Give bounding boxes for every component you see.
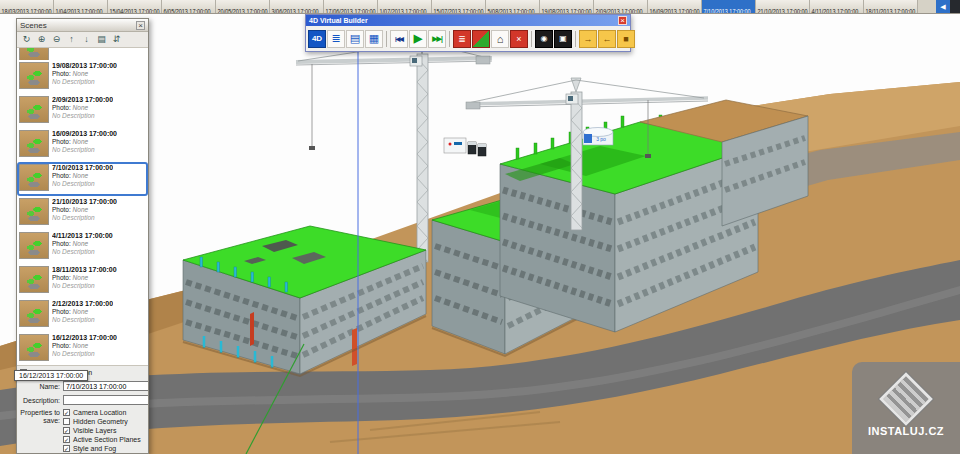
scene-tab[interactable]: 5/08/2013 17:00:00 [486, 0, 540, 13]
step-backward-button[interactable]: |◀◀ [390, 30, 408, 48]
record-animation-button[interactable]: ▣ [554, 30, 572, 48]
scene-item[interactable]: 4/11/2013 17:00:00 Photo: None No Descri… [17, 230, 148, 264]
scene-tab[interactable]: 19/08/2013 17:00:00 [540, 0, 594, 13]
scene-tab-label: 5/08/2013 17:00:00 [486, 5, 535, 13]
scene-tab[interactable]: 20/05/2013 17:00:00 [216, 0, 270, 13]
export-button[interactable]: → [579, 30, 597, 48]
scene-thumbnail [19, 232, 49, 259]
scene-description: No Description [52, 316, 113, 323]
home-view-button[interactable]: ⌂ [491, 30, 509, 48]
scene-tab[interactable]: 4/11/2013 17:00:00 [810, 0, 864, 13]
scene-meta: 16/12/2013 17:00:00 Photo: None No Descr… [52, 334, 117, 357]
scene-meta: 7/10/2013 17:00:00 Photo: None No Descri… [52, 164, 113, 187]
task-list-button[interactable]: ≣ [453, 30, 471, 48]
scene-photo: Photo: None [52, 206, 117, 213]
scene-tab[interactable]: 3/06/2013 17:00:00 [270, 0, 324, 13]
scene-tab[interactable]: 18/11/2013 17:00:00 [864, 0, 918, 13]
close-icon[interactable]: × [136, 21, 145, 30]
import-button[interactable]: ← [598, 30, 616, 48]
property-checkbox[interactable]: ✓ [63, 436, 70, 443]
close-icon[interactable]: × [618, 16, 627, 25]
gantt-chart-button[interactable]: ▤ [346, 30, 364, 48]
scene-meta: 19/08/2013 17:00:00 Photo: None No Descr… [52, 62, 117, 85]
scene-photo: Photo: None [52, 172, 113, 179]
scene-tab-label: 16/09/2013 17:00:00 [648, 5, 700, 13]
property-label: Visible Layers [73, 427, 116, 434]
snapshot-camera-button[interactable]: ◉ [535, 30, 553, 48]
scene-tab[interactable]: 2/09/2013 17:00:00 [594, 0, 648, 13]
property-checkbox-row[interactable]: ✓ Visible Layers [63, 427, 145, 434]
scene-photo: Photo: None [52, 274, 117, 281]
clear-button[interactable]: × [510, 30, 528, 48]
property-checkbox[interactable]: ✓ [63, 445, 70, 452]
scene-tab-label: 19/08/2013 17:00:00 [540, 5, 592, 13]
scene-tab[interactable]: 17/06/2013 17:00:00 [324, 0, 378, 13]
scenes-panel-titlebar[interactable]: Scenes × [17, 19, 148, 32]
scene-tab[interactable]: 15/07/2013 17:00:00 [432, 0, 486, 13]
scene-tab[interactable]: 15/04/2013 17:00:00 [108, 0, 162, 13]
4d-toolbar-titlebar[interactable]: 4D Virtual Builder × [306, 15, 630, 26]
step-forward-button[interactable]: ▶▶| [428, 30, 446, 48]
scene-meta: 16/09/2013 17:00:00 Photo: None No Descr… [52, 130, 117, 153]
scene-tab[interactable]: 7/10/2013 17:00:00 [702, 0, 756, 13]
scene-item[interactable]: 2/12/2013 17:00:00 Photo: None No Descri… [17, 298, 148, 332]
property-checkbox[interactable] [63, 418, 70, 425]
remove-scene-button[interactable]: ⊖ [50, 33, 63, 46]
scene-name-input[interactable] [63, 381, 149, 391]
scene-tab[interactable]: 6/05/2013 17:00:00 [162, 0, 216, 13]
scene-date: 16/12/2013 17:00:00 [52, 334, 117, 341]
scene-tab[interactable]: 16/09/2013 17:00:00 [648, 0, 702, 13]
add-scene-button[interactable]: ⊕ [35, 33, 48, 46]
scene-tab[interactable]: 1/04/2013 17:00:00 [54, 0, 108, 13]
scene-item[interactable]: 16/12/2013 17:00:00 Photo: None No Descr… [17, 332, 148, 366]
property-checkbox[interactable]: ✓ [63, 427, 70, 434]
property-label: Hidden Geometry [73, 418, 128, 425]
scene-meta: 21/10/2013 17:00:00 Photo: None No Descr… [52, 198, 117, 221]
property-checkbox-row[interactable]: Hidden Geometry [63, 418, 145, 425]
scene-item[interactable]: 18/11/2013 17:00:00 Photo: None No Descr… [17, 264, 148, 298]
scene-item[interactable]: 19/08/2013 17:00:00 Photo: None No Descr… [17, 60, 148, 94]
time-grid-button[interactable]: ▦ [365, 30, 383, 48]
property-checkbox-row[interactable]: ✓ Active Section Planes [63, 436, 145, 443]
scene-tab[interactable]: 1/07/2013 17:00:00 [378, 0, 432, 13]
photo-value: None [73, 70, 89, 77]
photo-value: None [73, 342, 89, 349]
scene-item[interactable]: 21/10/2013 17:00:00 Photo: None No Descr… [17, 196, 148, 230]
watermark-text: INSTALUJ.CZ [868, 425, 944, 437]
scene-description: No Description [52, 112, 113, 119]
photo-value: None [73, 206, 89, 213]
play-button[interactable]: ▶ [409, 30, 427, 48]
scene-description: No Description [52, 78, 117, 85]
photo-value: None [73, 104, 89, 111]
schedule-table-button[interactable]: ≣ [327, 30, 345, 48]
property-checkbox-row[interactable]: ✓ Style and Fog [63, 445, 145, 452]
status-colors-button[interactable] [472, 30, 490, 48]
scene-item[interactable]: 7/10/2013 17:00:00 Photo: None No Descri… [17, 162, 148, 196]
scene-tab[interactable]: 21/10/2013 17:00:00 [756, 0, 810, 13]
4d-logo-button[interactable]: 4D [308, 30, 326, 48]
toolbar-separator [386, 31, 387, 47]
scene-date: 7/10/2013 17:00:00 [52, 164, 113, 171]
view-options-button[interactable]: ▤ [95, 33, 108, 46]
tab-scroll-left-button[interactable]: ◀ [936, 0, 950, 13]
scene-item[interactable]: 2/09/2013 17:00:00 Photo: None No Descri… [17, 94, 148, 128]
show-details-button[interactable]: ⇵ [110, 33, 123, 46]
toolbar-separator [575, 31, 576, 47]
name-label: Name: [20, 383, 60, 390]
property-checkbox-row[interactable]: ✓ Camera Location [63, 409, 145, 416]
property-checkbox[interactable]: ✓ [63, 409, 70, 416]
photo-label: Photo: [52, 206, 71, 213]
scene-item-partial[interactable] [17, 48, 148, 60]
scenes-toolbar: ↻ ⊕ ⊖ ↑ ↓ ▤ ⇵ [17, 32, 148, 48]
photo-value: None [73, 138, 89, 145]
scene-item[interactable]: 16/09/2013 17:00:00 Photo: None No Descr… [17, 128, 148, 162]
scenes-panel-title: Scenes [20, 21, 136, 30]
save-button[interactable]: ■ [617, 30, 635, 48]
move-scene-up-button[interactable]: ↑ [65, 33, 78, 46]
scene-thumbnail [19, 130, 49, 157]
move-scene-down-button[interactable]: ↓ [80, 33, 93, 46]
scene-description-input[interactable] [63, 395, 149, 405]
scene-tab[interactable]: 18/03/2013 17:00:00 [0, 0, 54, 13]
update-scene-button[interactable]: ↻ [20, 33, 33, 46]
scene-items: 19/08/2013 17:00:00 Photo: None No Descr… [17, 60, 148, 366]
